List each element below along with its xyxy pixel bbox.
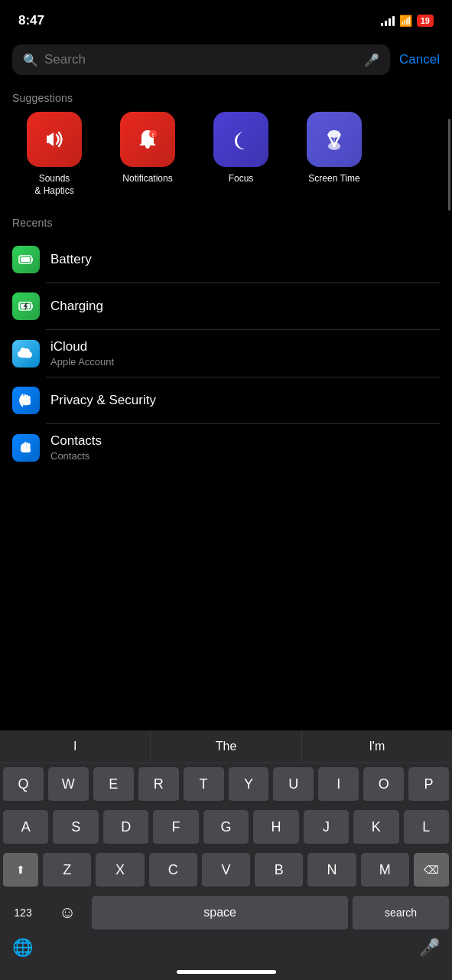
recents-list: Battery Charging iCloud Apple Account	[0, 237, 452, 471]
contacts-text: Contacts Contacts	[50, 433, 440, 462]
contacts-title: Contacts	[50, 433, 440, 449]
svg-rect-11	[31, 305, 33, 309]
key-u[interactable]: U	[273, 767, 314, 802]
suggestion-screentime[interactable]: Screen Time	[292, 112, 376, 197]
recent-battery[interactable]: Battery	[0, 237, 452, 283]
recent-privacy[interactable]: Privacy & Security	[0, 377, 452, 423]
svg-rect-7	[21, 257, 30, 262]
suggestion-word-im[interactable]: I'm	[302, 730, 452, 763]
screentime-label: Screen Time	[308, 173, 359, 185]
suggestions-grid: Sounds& Haptics ! Notifications Focus	[0, 112, 452, 212]
battery-icon	[12, 246, 40, 273]
space-key[interactable]: space	[92, 896, 348, 931]
shift-key[interactable]: ⬆	[3, 853, 38, 888]
key-g[interactable]: G	[203, 810, 249, 845]
screentime-icon	[307, 112, 362, 167]
search-input[interactable]	[44, 52, 358, 67]
suggestion-word-i[interactable]: I	[0, 730, 151, 763]
signal-icon	[381, 15, 395, 26]
key-b[interactable]: B	[255, 853, 303, 888]
key-e[interactable]: E	[93, 767, 134, 802]
wifi-icon: 📶	[399, 15, 412, 27]
charging-title: Charging	[50, 299, 440, 314]
key-n[interactable]: N	[307, 853, 356, 888]
key-k[interactable]: K	[353, 810, 398, 845]
key-c[interactable]: C	[149, 853, 197, 888]
notifications-icon: !	[120, 112, 175, 167]
svg-rect-0	[47, 136, 49, 143]
keyboard: I The I'm Q W E R T Y U I O P A S D F G …	[0, 730, 452, 980]
key-z[interactable]: Z	[43, 853, 91, 888]
suggestion-focus[interactable]: Focus	[199, 112, 283, 197]
key-f[interactable]: F	[153, 810, 198, 845]
charging-text: Charging	[50, 299, 440, 314]
recents-header: Recents	[0, 212, 452, 237]
key-d[interactable]: D	[103, 810, 148, 845]
globe-icon[interactable]: 🌐	[12, 938, 33, 958]
key-v[interactable]: V	[202, 853, 250, 888]
icloud-icon	[12, 340, 40, 368]
suggestion-notifications[interactable]: ! Notifications	[106, 112, 190, 197]
search-key[interactable]: search	[353, 896, 449, 931]
cancel-button[interactable]: Cancel	[399, 52, 440, 67]
key-t[interactable]: T	[184, 767, 224, 802]
key-j[interactable]: J	[304, 810, 349, 845]
recent-icloud[interactable]: iCloud Apple Account	[0, 330, 452, 377]
notifications-label: Notifications	[122, 173, 172, 185]
key-r[interactable]: R	[138, 767, 179, 802]
svg-rect-8	[31, 258, 33, 262]
sounds-label: Sounds& Haptics	[34, 173, 73, 197]
key-x[interactable]: X	[96, 853, 144, 888]
key-w[interactable]: W	[48, 767, 89, 802]
contacts-subtitle: Contacts	[50, 450, 440, 462]
recent-charging[interactable]: Charging	[0, 283, 452, 329]
numbers-key[interactable]: 123	[3, 896, 43, 931]
mic-icon[interactable]: 🎤	[364, 53, 379, 67]
status-time: 8:47	[18, 13, 44, 28]
icloud-subtitle: Apple Account	[50, 356, 440, 368]
focus-icon	[213, 112, 268, 167]
status-bar: 8:47 📶 19	[0, 0, 452, 38]
delete-key[interactable]: ⌫	[414, 853, 449, 888]
icloud-text: iCloud Apple Account	[50, 339, 440, 368]
suggestion-word-the[interactable]: The	[151, 730, 301, 763]
keyboard-suggestions: I The I'm	[0, 730, 452, 763]
key-y[interactable]: Y	[229, 767, 269, 802]
privacy-text: Privacy & Security	[50, 393, 440, 408]
contacts-icon	[12, 434, 40, 462]
privacy-title: Privacy & Security	[50, 393, 440, 408]
svg-text:!: !	[152, 132, 154, 138]
key-i[interactable]: I	[318, 767, 359, 802]
sounds-icon	[27, 112, 82, 167]
key-p[interactable]: P	[408, 767, 449, 802]
suggestion-sounds[interactable]: Sounds& Haptics	[12, 112, 96, 197]
key-s[interactable]: S	[53, 810, 98, 845]
search-icon: 🔍	[23, 53, 38, 67]
key-a[interactable]: A	[3, 810, 48, 845]
battery-title: Battery	[50, 252, 440, 267]
key-o[interactable]: O	[363, 767, 404, 802]
keyboard-bottom-row: 🌐 🎤	[0, 935, 452, 967]
battery-level: 19	[417, 15, 434, 27]
key-h[interactable]: H	[253, 810, 298, 845]
keyboard-row-2: A S D F G H J K L	[0, 806, 452, 849]
keyboard-row-4: 123 ☺ space search	[0, 892, 452, 935]
recent-contacts[interactable]: Contacts Contacts	[0, 424, 452, 471]
key-m[interactable]: M	[361, 853, 409, 888]
status-icons: 📶 19	[381, 15, 434, 27]
search-input-container[interactable]: 🔍 🎤	[12, 44, 390, 75]
keyboard-row-3: ⬆ Z X C V B N M ⌫	[0, 849, 452, 892]
keyboard-mic-icon[interactable]: 🎤	[419, 938, 440, 958]
emoji-key[interactable]: ☺	[47, 896, 87, 931]
charging-icon	[12, 292, 40, 320]
focus-label: Focus	[229, 173, 254, 185]
home-bar	[177, 970, 276, 974]
key-q[interactable]: Q	[3, 767, 44, 802]
keyboard-row-1: Q W E R T Y U I O P	[0, 763, 452, 806]
battery-text: Battery	[50, 252, 440, 267]
scroll-indicator	[448, 119, 450, 211]
privacy-icon	[12, 387, 40, 414]
suggestions-header: Suggestions	[0, 87, 452, 112]
key-l[interactable]: L	[404, 810, 449, 845]
search-bar: 🔍 🎤 Cancel	[12, 44, 440, 75]
